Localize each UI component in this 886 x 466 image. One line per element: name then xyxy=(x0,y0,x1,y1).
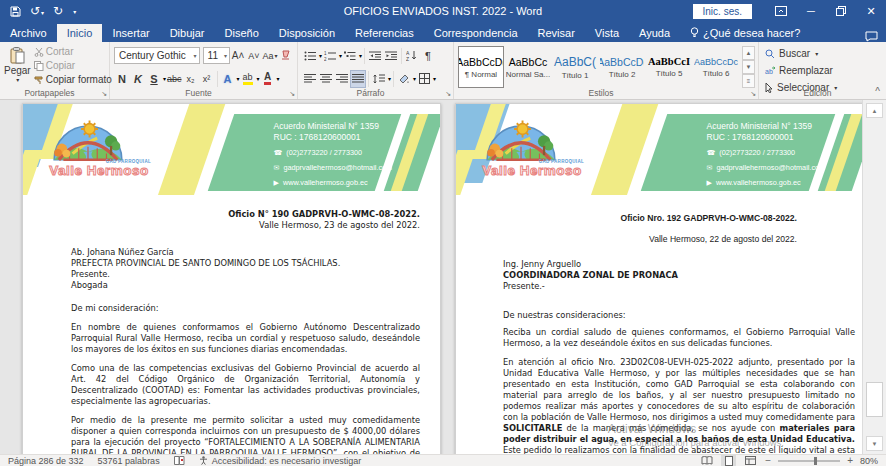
underline-button[interactable]: S xyxy=(146,70,162,88)
font-name-combo[interactable]: Century Gothic▾ xyxy=(114,47,200,64)
format-painter-button[interactable]: Copiar formato xyxy=(31,73,115,86)
numbering-button[interactable]: 12 xyxy=(322,47,338,65)
font-color-dropdown[interactable]: ▾ xyxy=(277,75,280,82)
ribbon-display-options-icon[interactable] xyxy=(766,0,796,22)
align-center-button[interactable] xyxy=(318,70,334,88)
tab-inicio[interactable]: Inicio xyxy=(57,24,103,42)
align-right-button[interactable] xyxy=(334,70,350,88)
borders-dropdown[interactable]: ▾ xyxy=(433,75,436,82)
justify-button[interactable] xyxy=(350,70,366,88)
paste-button[interactable]: Pegar ▾ xyxy=(4,45,31,86)
tab-ayuda[interactable]: Ayuda xyxy=(629,24,680,42)
style-titulo-6[interactable]: AaBbCcDc Título 6 xyxy=(693,46,739,88)
restore-button[interactable] xyxy=(826,0,856,22)
replace-button[interactable]: ab Reemplazar xyxy=(763,62,883,79)
multilevel-list-button[interactable] xyxy=(342,47,358,65)
strikethrough-button[interactable]: abc xyxy=(166,70,183,88)
undo-icon[interactable]: ↺▾ xyxy=(30,5,44,17)
styles-gallery-more[interactable]: ≡ xyxy=(742,74,755,88)
clipboard-dialog-launcher[interactable]: ↘ xyxy=(101,90,107,98)
bullets-button[interactable] xyxy=(302,47,318,65)
acuerdo-ministerial: Acuerdo Ministerial N° 1359 xyxy=(274,121,432,132)
proofing-icon[interactable] xyxy=(174,456,185,465)
scroll-up-icon[interactable]: ▲ xyxy=(866,103,883,118)
print-layout-icon[interactable] xyxy=(721,455,736,466)
clear-formatting-button[interactable] xyxy=(278,47,294,65)
scroll-down-icon[interactable]: ▼ xyxy=(866,436,883,451)
font-size-combo[interactable]: 11▾ xyxy=(203,47,230,64)
zoom-slider-thumb[interactable] xyxy=(814,457,817,465)
zoom-slider[interactable] xyxy=(778,460,840,462)
letter-body[interactable]: Oficio N° 190 GADPRVH-O-WMC-08-2022. Val… xyxy=(23,209,440,454)
document-area[interactable]: Acuerdo Ministerial N° 1359 RUC : 176812… xyxy=(0,100,862,454)
letter-body[interactable]: Oficio Nro. 192 GADPRVH-O-WMC-08-2022. V… xyxy=(456,213,862,454)
web-layout-icon[interactable] xyxy=(743,455,758,466)
align-left-button[interactable] xyxy=(302,70,318,88)
multilevel-dropdown[interactable]: ▾ xyxy=(359,52,362,59)
page-indicator[interactable]: Página 286 de 332 xyxy=(8,456,84,466)
subscript-button[interactable]: x₂ xyxy=(183,70,199,88)
tab-dibujar[interactable]: Dibujar xyxy=(160,24,215,42)
page-left[interactable]: Acuerdo Ministerial N° 1359 RUC : 176812… xyxy=(22,103,441,454)
styles-scroll-up[interactable]: ▲ xyxy=(742,46,755,60)
cut-button[interactable]: Cortar xyxy=(31,45,115,58)
find-button[interactable]: Buscar▾ xyxy=(763,45,883,62)
increase-indent-button[interactable] xyxy=(383,47,399,65)
show-marks-button[interactable]: ¶ xyxy=(420,47,436,65)
italic-button[interactable]: K xyxy=(130,70,146,88)
style-titulo-5[interactable]: AaBbCcI Título 5 xyxy=(646,46,692,88)
sign-in-button[interactable]: Inic. ses. xyxy=(693,4,752,19)
styles-scroll-down[interactable]: ▼ xyxy=(742,60,755,74)
borders-button[interactable] xyxy=(416,70,432,88)
tab-vista[interactable]: Vista xyxy=(585,24,629,42)
redo-icon[interactable]: ↻ xyxy=(53,5,63,17)
line-spacing-button[interactable] xyxy=(371,70,387,88)
shading-button[interactable] xyxy=(396,70,412,88)
collapse-ribbon-icon[interactable]: ^ xyxy=(875,86,880,97)
bold-button[interactable]: N xyxy=(114,70,130,88)
paragraph-dialog-launcher[interactable]: ↘ xyxy=(445,90,451,98)
styles-dialog-launcher[interactable]: ↘ xyxy=(750,90,756,98)
style-titulo-2[interactable]: AaBbCcD( Título 2 xyxy=(599,46,645,88)
scrollbar-thumb[interactable] xyxy=(866,382,883,417)
tab-disposicion[interactable]: Disposición xyxy=(269,24,345,42)
zoom-in-icon[interactable]: + xyxy=(847,455,853,466)
shrink-font-button[interactable]: A˅ xyxy=(246,47,262,65)
accessibility-icon xyxy=(199,456,208,465)
tab-diseno[interactable]: Diseño xyxy=(215,24,269,42)
style-normal[interactable]: AaBbCcD( ¶ Normal xyxy=(458,46,504,88)
read-mode-icon[interactable] xyxy=(699,455,714,466)
tab-insertar[interactable]: Insertar xyxy=(102,24,159,42)
tab-correspondencia[interactable]: Correspondencia xyxy=(424,24,528,42)
highlight-color-button[interactable]: ab xyxy=(240,70,256,88)
save-icon[interactable] xyxy=(10,6,21,17)
minimize-button[interactable]: ─ xyxy=(796,0,826,22)
copy-button[interactable]: Copiar xyxy=(31,59,115,72)
word-count[interactable]: 53761 palabras xyxy=(98,456,160,466)
superscript-button[interactable]: x² xyxy=(199,70,215,88)
tab-archivo[interactable]: Archivo xyxy=(0,24,57,42)
lightbulb-icon xyxy=(690,27,699,39)
style-normal-sa[interactable]: AaBbCc Normal Sa... xyxy=(505,46,551,88)
zoom-out-icon[interactable]: − xyxy=(765,455,771,466)
sort-button[interactable]: AZ xyxy=(404,47,420,65)
font-dialog-launcher[interactable]: ↘ xyxy=(289,90,295,98)
decrease-indent-button[interactable] xyxy=(367,47,383,65)
text-effects-button[interactable]: A xyxy=(220,70,236,88)
feedback-comment-icon[interactable] xyxy=(865,31,878,42)
style-titulo-1[interactable]: AaBbC( Título 1 xyxy=(552,46,598,88)
tab-referencias[interactable]: Referencias xyxy=(345,24,424,42)
vertical-scrollbar[interactable]: ▲ ▼ xyxy=(862,100,886,454)
tab-revisar[interactable]: Revisar xyxy=(528,24,585,42)
font-color-button[interactable]: A xyxy=(260,70,276,88)
accessibility-status[interactable]: Accesibilidad: es necesario investigar xyxy=(199,456,362,466)
change-case-button[interactable]: Aa▾ xyxy=(262,47,278,65)
quick-access-toolbar: ↺▾ ↻ ▾ xyxy=(0,5,76,17)
close-button[interactable]: ✕ xyxy=(856,0,886,22)
tell-me-box[interactable]: ¿Qué desea hacer? xyxy=(680,24,810,42)
line-spacing-dropdown[interactable]: ▾ xyxy=(388,75,391,82)
grow-font-button[interactable]: A˄ xyxy=(230,47,246,65)
page-right[interactable]: Acuerdo Ministerial N° 1359 RUC : 176812… xyxy=(455,103,862,454)
zoom-level[interactable]: 80% xyxy=(860,456,878,466)
customize-qat-icon[interactable]: ▾ xyxy=(73,8,76,15)
